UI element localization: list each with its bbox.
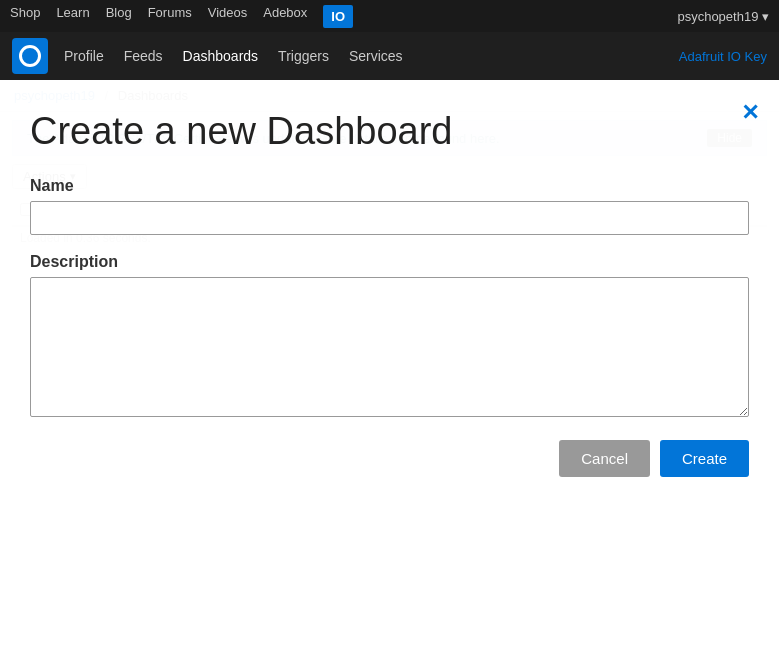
top-navigation: Shop Learn Blog Forums Videos Adebox IO … [0, 0, 779, 32]
modal-container: ✕ Create a new Dashboard Name Descriptio… [0, 80, 779, 497]
nav-dashboards[interactable]: Dashboards [183, 48, 259, 64]
nav-triggers[interactable]: Triggers [278, 48, 329, 64]
main-navigation: Profile Feeds Dashboards Triggers Servic… [0, 32, 779, 80]
name-input[interactable] [30, 201, 749, 235]
description-textarea[interactable] [30, 277, 749, 417]
nav-videos[interactable]: Videos [208, 5, 248, 28]
modal-title: Create a new Dashboard [30, 110, 749, 153]
nav-feeds[interactable]: Feeds [124, 48, 163, 64]
user-menu[interactable]: psychopeth19 ▾ [677, 9, 769, 24]
name-label: Name [30, 177, 749, 195]
nav-blog[interactable]: Blog [106, 5, 132, 28]
nav-forums[interactable]: Forums [148, 5, 192, 28]
nav-profile[interactable]: Profile [64, 48, 104, 64]
nav-services[interactable]: Services [349, 48, 403, 64]
main-nav-links: Profile Feeds Dashboards Triggers Servic… [64, 48, 679, 64]
logo-icon [19, 45, 41, 67]
create-button[interactable]: Create [660, 440, 749, 477]
nav-adebox[interactable]: Adebox [263, 5, 307, 28]
logo[interactable] [12, 38, 48, 74]
modal-backdrop: ✕ Create a new Dashboard Name Descriptio… [0, 80, 779, 550]
nav-shop[interactable]: Shop [10, 5, 40, 28]
modal-close-button[interactable]: ✕ [741, 100, 759, 126]
cancel-button[interactable]: Cancel [559, 440, 650, 477]
top-nav-links: Shop Learn Blog Forums Videos Adebox IO [10, 5, 677, 28]
description-label: Description [30, 253, 749, 271]
content-wrapper: psychopeth19 / Dashboards The Adafruit I… [0, 80, 779, 550]
nav-learn[interactable]: Learn [56, 5, 89, 28]
modal-footer: Cancel Create [30, 440, 749, 477]
adafruit-io-key[interactable]: Adafruit IO Key [679, 49, 767, 64]
nav-io[interactable]: IO [323, 5, 353, 28]
